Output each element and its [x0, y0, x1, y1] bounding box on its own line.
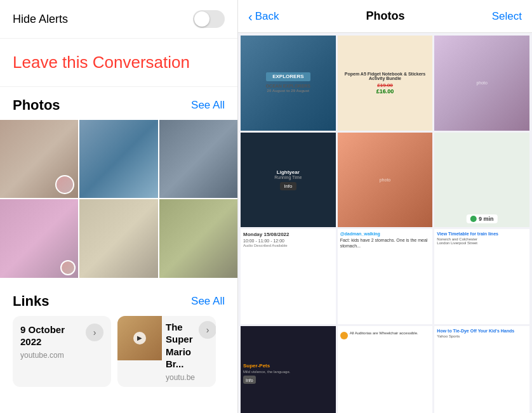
- right-photo-8[interactable]: @dadman_walking Fact: kids have 2 stomac…: [338, 229, 433, 324]
- right-photo-3-content: photo: [434, 36, 529, 131]
- photo-thumb-4[interactable]: [0, 199, 78, 277]
- left-panel: Hide Alerts Leave this Conversation Phot…: [0, 0, 238, 413]
- link-card-2[interactable]: ▶ The Super Mario Br... youtu.be ›: [117, 316, 216, 387]
- link-card-1-title: 9 October 2022: [20, 324, 86, 348]
- link-card-1[interactable]: 9 October 2022 youtube.com ›: [13, 316, 111, 387]
- right-panel: ‹ Back Photos Select EXPLORERS OCEAN EXP…: [238, 0, 532, 413]
- photo-thumb-5[interactable]: [79, 199, 157, 277]
- link-card-1-url: youtube.com: [20, 351, 86, 360]
- photos-scroll-area[interactable]: EXPLORERS OCEAN EXPLORERS 20 August to 2…: [238, 33, 532, 413]
- photo-thumb-1[interactable]: [0, 120, 78, 198]
- photos-section-title: Photos: [13, 97, 60, 114]
- right-photo-11[interactable]: All Auditorias are Wheelchair accessible…: [338, 326, 433, 413]
- right-photo-9[interactable]: View Timetable for train lines Norwich a…: [434, 229, 529, 324]
- photo-thumb-inner-5: [79, 199, 157, 277]
- right-photo-1-content: EXPLORERS OCEAN EXPLORERS 20 August to 2…: [241, 36, 336, 131]
- right-photo-5-content: photo: [338, 133, 433, 228]
- select-button[interactable]: Select: [492, 10, 522, 23]
- hide-alerts-row: Hide Alerts: [0, 0, 237, 39]
- right-photo-5[interactable]: photo: [338, 133, 433, 228]
- right-photo-2-content: Popem A5 Fidget Notebook & Stickers Acti…: [338, 36, 433, 131]
- link-card-2-url: youtu.be: [166, 373, 195, 382]
- leave-conversation-section: Leave this Conversation: [0, 39, 237, 87]
- play-icon: ▶: [133, 332, 146, 344]
- photo-thumb-6[interactable]: [159, 199, 237, 277]
- leave-conversation-button[interactable]: Leave this Conversation: [13, 53, 190, 72]
- links-see-all-button[interactable]: See All: [191, 295, 225, 308]
- link-card-2-thumbnail: ▶: [117, 316, 162, 360]
- back-button[interactable]: ‹ Back: [248, 10, 279, 23]
- right-photo-8-content: @dadman_walking Fact: kids have 2 stomac…: [338, 229, 433, 324]
- right-photo-3[interactable]: photo: [434, 36, 529, 131]
- photo-thumb-inner-6: [159, 199, 237, 277]
- photos-see-all-button[interactable]: See All: [191, 99, 225, 112]
- links-section: Links See All 9 October 2022 youtube.com…: [0, 283, 237, 400]
- photos-grid: [0, 120, 237, 280]
- right-photo-11-content: All Auditorias are Wheelchair accessible…: [338, 326, 433, 413]
- right-photo-4-content: Lightyear Running Time Info: [241, 133, 336, 228]
- back-chevron-icon: ‹: [248, 10, 253, 23]
- right-photo-12-content: How to Tie-Dye Off Your Kid's Hands Yaho…: [434, 326, 529, 413]
- back-label: Back: [255, 10, 279, 23]
- right-photo-4[interactable]: Lightyear Running Time Info: [241, 133, 336, 228]
- photos-page-title: Photos: [366, 10, 405, 23]
- photos-section-header: Photos See All: [0, 87, 237, 120]
- photo-thumb-inner-4: [0, 199, 78, 277]
- right-photo-12[interactable]: How to Tie-Dye Off Your Kid's Hands Yaho…: [434, 326, 529, 413]
- links-section-title: Links: [13, 293, 49, 310]
- right-photo-7[interactable]: Monday 15/08/2022 10:00 - 11:00 - 12:00 …: [241, 229, 336, 324]
- photos-masonry-grid: EXPLORERS OCEAN EXPLORERS 20 August to 2…: [241, 36, 529, 413]
- links-section-header: Links See All: [0, 283, 237, 316]
- right-photo-10[interactable]: Super-Pets Mild violence, the language. …: [241, 326, 336, 413]
- right-photo-10-content: Super-Pets Mild violence, the language. …: [241, 326, 336, 413]
- hide-alerts-label: Hide Alerts: [13, 13, 68, 26]
- links-grid: 9 October 2022 youtube.com › ▶ The Super…: [0, 316, 237, 393]
- link-card-2-title: The Super Mario Br...: [166, 321, 195, 370]
- link-card-1-chevron-icon: ›: [86, 324, 103, 341]
- toggle-knob: [194, 11, 209, 27]
- right-photo-2[interactable]: Popem A5 Fidget Notebook & Stickers Acti…: [338, 36, 433, 131]
- photo-thumb-inner-1: [0, 120, 78, 198]
- link-thumb-bg: ▶: [117, 316, 162, 360]
- link-card-2-chevron-icon: ›: [199, 321, 216, 339]
- right-photo-9-content: View Timetable for train lines Norwich a…: [434, 229, 529, 324]
- photo-thumb-2[interactable]: [79, 120, 157, 198]
- right-photo-7-content: Monday 15/08/2022 10:00 - 11:00 - 12:00 …: [241, 229, 336, 324]
- photo-thumb-3[interactable]: [159, 120, 237, 198]
- photo-thumb-inner-3: [159, 120, 237, 198]
- photo-thumb-inner-2: [79, 120, 157, 198]
- right-header: ‹ Back Photos Select: [238, 0, 532, 33]
- right-photo-6[interactable]: 9 min: [434, 133, 529, 228]
- right-photo-6-content: 9 min: [434, 133, 529, 228]
- person-avatar-1: [55, 175, 74, 194]
- hide-alerts-toggle[interactable]: [193, 10, 225, 28]
- person-avatar-4: [60, 260, 76, 275]
- right-photo-1[interactable]: EXPLORERS OCEAN EXPLORERS 20 August to 2…: [241, 36, 336, 131]
